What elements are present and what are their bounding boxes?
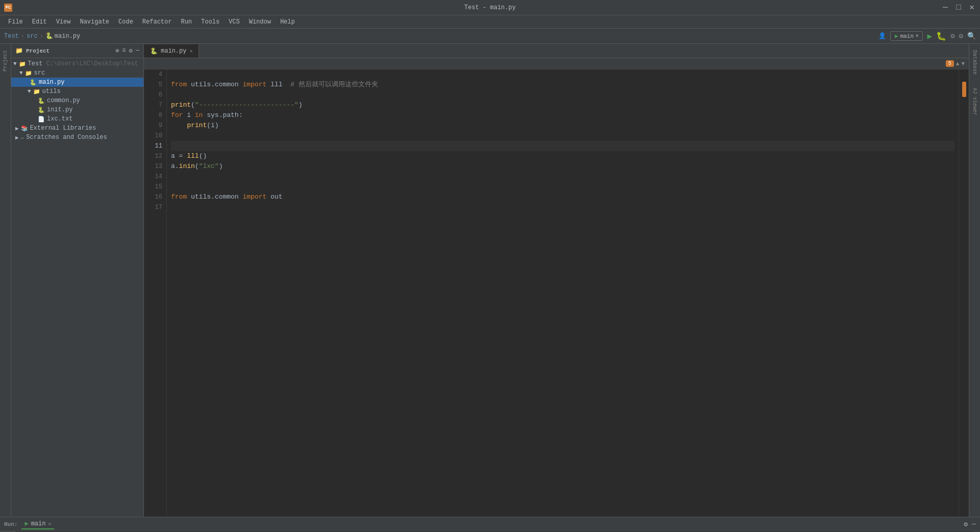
tab-close-button[interactable]: ✕ (189, 48, 192, 54)
run-settings-icon[interactable]: ⚙ (964, 520, 968, 528)
tree-scratches-label: Scratches and Consoles (26, 134, 107, 141)
editor-tab-main-py[interactable]: 🐍 main.py ✕ (144, 44, 199, 58)
nav-right: 👤 ▶ main ▼ ▶ 🐛 ⚙ ⚙ 🔍 (878, 31, 976, 41)
title-bar-title: Test - main.py (464, 4, 516, 11)
run-label: Run: (4, 521, 17, 527)
tree-src-folder-icon: 📁 (25, 70, 32, 77)
editor-area: 🐍 main.py ✕ 5 ▲ ▼ 4 5 6 7 8 9 10 11 12 (144, 44, 969, 517)
code-line-14 (171, 172, 954, 182)
menu-item-tools[interactable]: Tools (197, 17, 224, 27)
tree-common-py-label: common.py (47, 97, 80, 104)
code-content[interactable]: from utils.common import lll # 然后就可以调用这些… (167, 69, 959, 517)
right-gutter (959, 69, 969, 517)
code-line-15 (171, 182, 954, 192)
breadcrumb-src[interactable]: src (27, 33, 38, 40)
project-settings-icon[interactable]: ⚙ (129, 47, 133, 55)
warning-nav-down[interactable]: ▼ (961, 61, 965, 67)
tree-main-py-label: main.py (39, 79, 64, 86)
tree-utils[interactable]: ▼ 📁 utils (11, 87, 143, 96)
maximize-button[interactable]: □ (954, 4, 963, 12)
code-line-11 (171, 141, 954, 151)
debug-button[interactable]: 🐛 (936, 31, 946, 41)
bottom-panel: Run: ▶ main ✕ ⚙ — ▶ ▲ ■ ▼ 📌 🖨 Structure … (0, 517, 980, 532)
menu-item-view[interactable]: View (52, 17, 75, 27)
menu-item-code[interactable]: Code (114, 17, 137, 27)
code-line-10 (171, 131, 954, 141)
editor-top-bar: 5 ▲ ▼ (144, 58, 969, 69)
title-bar-controls: ─ □ ✕ (941, 4, 976, 12)
breadcrumb-sep-2: › (40, 33, 43, 40)
menu-item-run[interactable]: Run (177, 17, 196, 27)
project-tab-vertical[interactable]: Project (2, 46, 9, 76)
close-button[interactable]: ✕ (968, 4, 976, 12)
menu-item-window[interactable]: Window (245, 17, 275, 27)
menu-item-edit[interactable]: Edit (28, 17, 51, 27)
coverage-button[interactable]: ⚙ (950, 32, 954, 40)
menu-item-help[interactable]: Help (276, 17, 299, 27)
tree-scratches-expand-icon: ▶ (15, 134, 19, 141)
project-collapse-icon[interactable]: ≡ (122, 47, 126, 55)
title-bar-left: PC (4, 4, 12, 12)
run-header: Run: ▶ main ✕ ⚙ — (0, 517, 980, 531)
run-minimize-icon[interactable]: — (972, 520, 976, 528)
menu-item-navigate[interactable]: Navigate (76, 17, 113, 27)
code-line-12: a = lll() (171, 151, 954, 161)
run-config-selector[interactable]: ▶ main ▼ (890, 31, 923, 41)
run-tab-main-label: main (31, 520, 46, 527)
line-numbers: 4 5 6 7 8 9 10 11 12 13 14 15 16 17 (144, 69, 167, 517)
project-header-title: Project (26, 48, 112, 54)
code-line-5: from utils.common import lll # 然后就可以调用这些… (171, 80, 954, 90)
editor-tabs: 🐍 main.py ✕ (144, 44, 969, 58)
project-header-actions: ⊕ ≡ ⚙ — (115, 47, 139, 55)
menu-item-file[interactable]: File (4, 17, 27, 27)
tree-external-libs[interactable]: ▶ 📚 External Libraries (11, 124, 143, 133)
tree-root-label: Test C:\Users\LXC\Desktop\Test (28, 60, 138, 67)
menu-item-vcs[interactable]: VCS (225, 17, 244, 27)
aj-viewer-tab[interactable]: AJ viewer (971, 84, 978, 119)
project-tree: ▼ 📁 Test C:\Users\LXC\Desktop\Test ▼ 📁 s… (11, 58, 143, 517)
user-icon: 👤 (878, 32, 886, 40)
code-line-16: from utils.common import out (171, 192, 954, 202)
tab-py-icon: 🐍 (150, 47, 158, 55)
database-tab[interactable]: Database (971, 46, 978, 79)
warning-nav-up[interactable]: ▲ (956, 61, 960, 67)
code-line-9: print(i) (171, 120, 954, 131)
run-tab-close[interactable]: ✕ (48, 521, 51, 527)
run-main-tab[interactable]: ▶ main ✕ (21, 519, 54, 529)
tree-src-expand-icon: ▼ (19, 70, 23, 76)
code-line-6 (171, 90, 954, 100)
warning-count-badge: 5 (946, 60, 954, 67)
menu-item-refactor[interactable]: Refactor (138, 17, 176, 27)
tree-common-py-icon: 🐍 (38, 98, 45, 104)
tree-common-py[interactable]: 🐍 common.py (11, 96, 143, 105)
breadcrumb-test[interactable]: Test (4, 33, 19, 40)
code-editor[interactable]: 4 5 6 7 8 9 10 11 12 13 14 15 16 17 from… (144, 69, 969, 517)
gutter-warning-marker (962, 82, 966, 97)
run-config-label: main (900, 33, 914, 39)
project-panel: 📁 Project ⊕ ≡ ⚙ — ▼ 📁 Test C:\Users\LXC\… (11, 44, 144, 517)
breadcrumb-file[interactable]: 🐍main.py (45, 32, 80, 40)
menu-bar: FileEditViewNavigateCodeRefactorRunTools… (0, 15, 980, 29)
left-sidebar-tabs: Project (0, 44, 11, 517)
tree-src[interactable]: ▼ 📁 src (11, 68, 143, 78)
project-locate-icon[interactable]: ⊕ (115, 47, 119, 55)
tree-init-py[interactable]: 🐍 init.py (11, 105, 143, 114)
tree-lxc-txt[interactable]: 📄 lxc.txt (11, 114, 143, 124)
code-line-4 (171, 69, 954, 80)
project-header: 📁 Project ⊕ ≡ ⚙ — (11, 44, 143, 58)
tree-scratches[interactable]: ▶ ✏️ Scratches and Consoles (11, 133, 143, 142)
tree-ext-libs-expand-icon: ▶ (15, 125, 19, 132)
run-button[interactable]: ▶ (927, 31, 932, 41)
nav-bar: Test › src › 🐍main.py 👤 ▶ main ▼ ▶ 🐛 ⚙ ⚙… (0, 29, 980, 44)
tree-utils-folder-icon: 📁 (33, 88, 40, 95)
search-icon[interactable]: 🔍 (967, 32, 976, 40)
app-icon: PC (4, 4, 12, 12)
code-line-7: print("------------------------") (171, 100, 954, 110)
project-minimize-icon[interactable]: — (136, 47, 139, 55)
tree-init-py-label: init.py (47, 106, 72, 113)
settings-icon[interactable]: ⚙ (959, 32, 963, 40)
tree-root[interactable]: ▼ 📁 Test C:\Users\LXC\Desktop\Test (11, 59, 143, 68)
tree-lxc-txt-label: lxc.txt (47, 115, 72, 123)
minimize-button[interactable]: ─ (941, 4, 949, 12)
tree-main-py[interactable]: 🐍 main.py (11, 78, 143, 87)
